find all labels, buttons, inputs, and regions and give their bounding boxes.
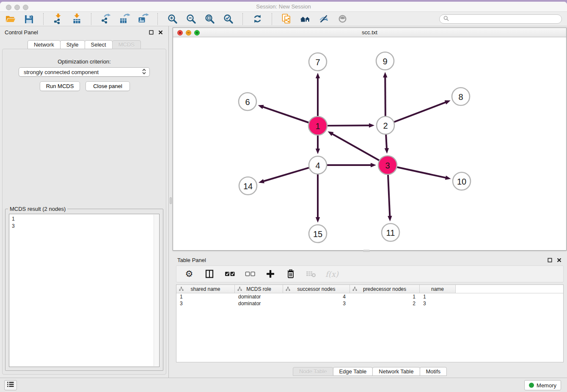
svg-text:14: 14 <box>243 182 253 191</box>
graph-node-7[interactable]: 7 <box>309 53 327 71</box>
graph-node-2[interactable]: 2 <box>377 116 394 134</box>
export-table-icon[interactable] <box>118 13 130 25</box>
network-window: scc.txt 7968124314101511 <box>173 28 567 251</box>
zoom-in-icon[interactable] <box>166 13 178 25</box>
task-history-button[interactable] <box>4 380 17 390</box>
float-table-panel-icon[interactable] <box>546 257 553 263</box>
search-box[interactable] <box>439 14 562 24</box>
refresh-icon[interactable] <box>251 13 263 25</box>
graph-edge-2-3[interactable] <box>385 133 389 154</box>
export-image-icon[interactable] <box>137 13 149 25</box>
graphics-details-icon[interactable] <box>318 13 330 25</box>
graph-edge-1-6[interactable] <box>258 105 310 123</box>
column-label: name <box>431 286 444 292</box>
graph-edge-2-8[interactable] <box>393 100 451 122</box>
show-columns-icon[interactable] <box>204 268 215 280</box>
close-panel-button[interactable]: Close panel <box>85 81 130 91</box>
preview-icon[interactable] <box>336 13 348 25</box>
first-neighbors-icon[interactable] <box>299 13 311 25</box>
column-header-predecessor-nodes[interactable]: predecessor nodes <box>350 285 420 293</box>
graph-edge-3-1[interactable] <box>328 131 380 161</box>
column-header-shared-name[interactable]: shared name <box>176 285 235 293</box>
import-table-icon[interactable] <box>71 13 83 25</box>
graph-edge-4-15[interactable] <box>316 173 320 223</box>
zoom-selected-icon[interactable] <box>222 13 234 25</box>
tab-network[interactable]: Network <box>28 40 61 49</box>
node-table[interactable]: shared nameMCDS rolesuccessor nodesprede… <box>176 284 564 362</box>
select-all-columns-icon[interactable] <box>224 268 236 280</box>
table-row[interactable]: 1dominator411 <box>176 293 563 300</box>
export-network-icon[interactable] <box>100 13 112 25</box>
graph-node-10[interactable]: 10 <box>453 172 471 190</box>
close-panel-icon[interactable] <box>157 29 164 36</box>
table-tabs: Node TableEdge TableNetwork TableMotifs <box>293 367 447 376</box>
function-builder-icon: f(x) <box>325 268 339 280</box>
graph-edge-4-3[interactable] <box>326 163 376 167</box>
graph-edge-1-4[interactable] <box>316 134 320 154</box>
memory-status-icon <box>529 383 534 388</box>
graph-node-1[interactable]: 1 <box>308 116 327 135</box>
splitter-grip[interactable] <box>170 197 172 204</box>
close-table-panel-icon[interactable] <box>556 257 562 263</box>
search-input[interactable] <box>451 16 558 22</box>
graph-node-8[interactable]: 8 <box>452 88 470 105</box>
duplicate-network-icon[interactable] <box>281 13 292 25</box>
memory-button[interactable]: Memory <box>524 380 561 390</box>
graph-node-14[interactable]: 14 <box>239 177 257 195</box>
svg-text:2: 2 <box>383 121 388 130</box>
tab-mcds[interactable]: MCDS <box>112 40 141 49</box>
graph-node-9[interactable]: 9 <box>376 52 394 70</box>
tab-motifs[interactable]: Motifs <box>419 367 447 376</box>
tab-style[interactable]: Style <box>60 40 85 49</box>
mcds-result-line: 3 <box>12 223 151 230</box>
mcds-result-box[interactable]: 13 <box>9 214 160 367</box>
graph-node-4[interactable]: 4 <box>309 156 327 174</box>
toolbar-separator <box>272 13 272 25</box>
tab-network-table[interactable]: Network Table <box>372 367 420 376</box>
tab-edge-table[interactable]: Edge Table <box>333 367 373 376</box>
delete-column-icon[interactable] <box>285 268 297 280</box>
horizontal-splitter-grip[interactable] <box>363 250 370 252</box>
graph-edge-2-9[interactable] <box>383 72 387 117</box>
toolbar-separator <box>91 13 91 25</box>
network-title: scc.txt <box>173 28 566 37</box>
network-canvas[interactable]: 7968124314101511 <box>173 37 566 250</box>
table-cell: 1 <box>420 294 456 300</box>
table-cell: 1 <box>350 294 420 300</box>
mcds-result-scrollbar[interactable] <box>154 215 159 366</box>
graph-node-6[interactable]: 6 <box>239 93 256 110</box>
vertical-splitter[interactable] <box>169 26 173 378</box>
graph-edge-3-10[interactable] <box>396 167 451 180</box>
graph-edge-1-2[interactable] <box>326 123 374 127</box>
table-cell: 3 <box>283 301 350 306</box>
graph-node-11[interactable]: 11 <box>382 224 399 241</box>
run-mcds-button[interactable]: Run MCDS <box>40 81 80 91</box>
network-window-titlebar[interactable]: scc.txt <box>173 28 566 37</box>
unselect-all-columns-icon[interactable] <box>244 268 256 280</box>
criterion-select[interactable]: strongly connected component <box>19 67 150 77</box>
table-body: 1dominator4113dominator323 <box>176 293 563 307</box>
import-network-icon[interactable] <box>52 13 64 25</box>
add-column-icon[interactable] <box>264 268 276 280</box>
table-settings-icon[interactable]: ⚙ <box>183 268 195 280</box>
app-window: Session: New Session Control Panel Netwo… <box>0 2 567 392</box>
criterion-value: strongly connected component <box>24 69 141 75</box>
tab-select[interactable]: Select <box>85 40 113 49</box>
column-header-MCDS-role[interactable]: MCDS role <box>235 285 283 293</box>
open-file-icon[interactable] <box>4 13 16 25</box>
column-header-name[interactable]: name <box>420 285 456 293</box>
tab-node-table[interactable]: Node Table <box>293 367 333 376</box>
zoom-out-icon[interactable] <box>185 13 197 25</box>
column-header-successor-nodes[interactable]: successor nodes <box>283 285 350 293</box>
zoom-fit-icon[interactable] <box>204 13 215 25</box>
toolbar-separator <box>43 13 44 25</box>
graph-node-3[interactable]: 3 <box>378 156 397 174</box>
graph-edge-4-14[interactable] <box>259 167 310 183</box>
graph-node-15[interactable]: 15 <box>309 225 327 243</box>
graph-edge-1-7[interactable] <box>316 73 320 117</box>
table-row[interactable]: 3dominator323 <box>176 300 563 307</box>
save-session-icon[interactable] <box>23 13 35 25</box>
graph-edge-3-11[interactable] <box>388 174 392 221</box>
float-panel-icon[interactable] <box>148 29 154 36</box>
table-toolbar: ⚙f(x) <box>176 265 564 282</box>
